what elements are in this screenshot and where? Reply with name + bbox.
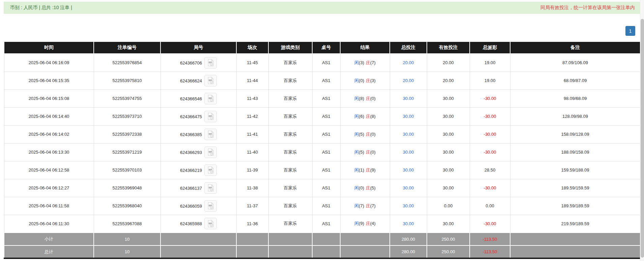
video-replay-icon — [207, 59, 214, 67]
total-bet-link[interactable]: 30.00 — [390, 125, 427, 143]
player-score: (1) — [359, 167, 364, 173]
valid-bet: 20.00 — [427, 54, 470, 72]
summary-count: 10 — [94, 245, 160, 258]
table-number: AS1 — [312, 197, 340, 215]
payout: 19.00 — [470, 72, 510, 89]
valid-bet: 30.00 — [427, 89, 470, 107]
table-row: 2025-06-04 06:14:02 522553972338 6243663… — [4, 125, 640, 143]
round-id: 624366137 — [180, 185, 202, 190]
valid-bet: 30.00 — [427, 161, 470, 179]
result-cell: 闲(9)庄(4) — [340, 215, 390, 233]
summary-label: 总计 — [4, 245, 94, 258]
summary-empty-cell — [340, 233, 390, 245]
banker-score: (0) — [370, 150, 376, 155]
summary-payout: -113.50 — [470, 233, 510, 245]
player-score: (0) — [359, 185, 364, 190]
video-replay-button[interactable] — [204, 93, 217, 104]
video-replay-button[interactable] — [204, 111, 217, 122]
result-cell: 闲(3)庄(7) — [340, 54, 390, 72]
bet-time: 2025-06-04 06:12:58 — [4, 161, 94, 179]
page-1-button[interactable]: 1 — [625, 26, 635, 36]
payout: 28.50 — [470, 161, 510, 179]
round-cell: 624366219 — [160, 161, 236, 179]
same-round-notice: 同局有效投注，统一计算在该局第一张注单内 — [540, 5, 635, 11]
result-cell: 闲(5)庄(0) — [340, 125, 390, 143]
valid-bet: 30.00 — [427, 215, 470, 233]
banker-score: (4) — [370, 221, 376, 226]
total-bet-link[interactable]: 20.00 — [390, 54, 427, 72]
bet-time: 2025-06-04 06:15:35 — [4, 72, 94, 89]
round-id: 624366624 — [180, 78, 202, 83]
game-type: 百家乐 — [268, 107, 312, 125]
video-replay-button[interactable] — [204, 147, 217, 158]
table-row: 2025-06-04 06:15:08 522553974755 6243665… — [4, 89, 640, 107]
round-id: 624366475 — [180, 114, 202, 119]
total-bet-link[interactable]: 30.00 — [390, 215, 427, 233]
result-cell: 闲(5)庄(0) — [340, 143, 390, 161]
bet-id: 522553976854 — [94, 54, 160, 72]
game-type: 百家乐 — [268, 54, 312, 72]
video-replay-button[interactable] — [204, 182, 217, 194]
summary-empty-cell — [268, 233, 312, 245]
video-replay-button[interactable] — [204, 164, 217, 176]
video-replay-button[interactable] — [204, 57, 217, 69]
scrollbar-thumb[interactable] — [641, 19, 644, 258]
banker-result: 庄 — [366, 78, 370, 83]
game-type: 百家乐 — [268, 161, 312, 179]
total-bet-link[interactable]: 30.00 — [390, 161, 427, 179]
video-replay-button[interactable] — [204, 200, 217, 212]
bet-id: 522553971219 — [94, 143, 160, 161]
banker-score: (5) — [370, 185, 376, 190]
summary-empty-cell — [268, 245, 312, 258]
result-cell: 闲(0)庄(5) — [340, 179, 390, 197]
round-cell: 624366475 — [160, 107, 236, 125]
total-bet-link[interactable]: 30.00 — [390, 197, 427, 215]
video-replay-icon — [207, 220, 214, 228]
round-id: 624366293 — [180, 150, 202, 155]
vertical-scrollbar — [640, 0, 644, 261]
game-type: 百家乐 — [268, 215, 312, 233]
round-id: 624366385 — [180, 132, 202, 137]
total-bet-link[interactable]: 30.00 — [390, 179, 427, 197]
video-replay-icon — [207, 184, 214, 192]
bet-id: 522553970103 — [94, 161, 160, 179]
bet-id: 522553969048 — [94, 179, 160, 197]
player-result: 闲 — [354, 132, 359, 137]
summary-total-bet: 280.00 — [390, 245, 427, 258]
bet-time: 2025-06-04 06:11:30 — [4, 215, 94, 233]
summary-row: 小计 10 280.00 250.00 -113.50 — [4, 233, 640, 245]
session: 11-44 — [236, 72, 268, 89]
video-replay-button[interactable] — [204, 129, 217, 140]
payout: -30.00 — [470, 179, 510, 197]
total-bet-link[interactable]: 30.00 — [390, 89, 427, 107]
col-bet-id: 注单编号 — [94, 42, 160, 54]
summary-empty-cell — [160, 233, 236, 245]
total-bet-link[interactable]: 30.00 — [390, 107, 427, 125]
summary-label: 小计 — [4, 233, 94, 245]
banker-result: 庄 — [366, 96, 370, 101]
col-payout: 总派彩 — [470, 42, 510, 54]
video-replay-icon — [207, 148, 214, 156]
table-number: AS1 — [312, 179, 340, 197]
total-bet-link[interactable]: 30.00 — [390, 143, 427, 161]
player-score: (8) — [359, 96, 364, 101]
bet-time: 2025-06-04 06:13:30 — [4, 143, 94, 161]
bet-time: 2025-06-04 06:11:58 — [4, 197, 94, 215]
payout: -30.00 — [470, 89, 510, 107]
video-replay-icon — [207, 130, 214, 138]
player-score: (6) — [359, 114, 364, 119]
banker-result: 庄 — [366, 114, 370, 119]
video-replay-button[interactable] — [204, 218, 217, 229]
table-row: 2025-06-04 06:11:30 522553967088 6243659… — [4, 215, 640, 233]
remark: 188.09/158.09 — [510, 143, 640, 161]
col-session: 场次 — [236, 42, 268, 54]
total-bet-link[interactable]: 20.00 — [390, 72, 427, 89]
banker-score: (9) — [370, 167, 376, 173]
summary-count: 10 — [94, 233, 160, 245]
remark: 98.09/68.09 — [510, 89, 640, 107]
bet-time: 2025-06-04 06:15:08 — [4, 89, 94, 107]
session: 11-37 — [236, 197, 268, 215]
player-result: 闲 — [354, 78, 359, 83]
bet-id: 522553973710 — [94, 107, 160, 125]
video-replay-button[interactable] — [204, 75, 217, 86]
